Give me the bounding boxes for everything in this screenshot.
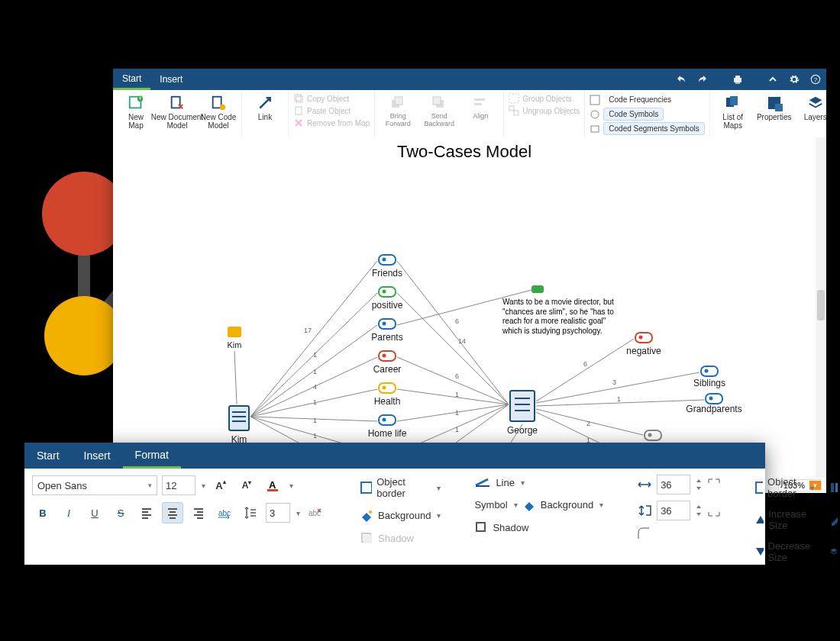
svg-line-95 (397, 261, 509, 404)
text-direction-button[interactable]: abc (214, 502, 235, 523)
bold-button[interactable]: B (32, 502, 53, 523)
remove-from-map-button[interactable]: Remove from Map (293, 118, 370, 128)
line-shadow-button[interactable]: Shadow (474, 519, 603, 536)
code-grandparents[interactable]: Grandparents (686, 394, 741, 414)
code-siblings[interactable]: Siblings (693, 366, 725, 388)
height-control[interactable]: 36 (637, 501, 721, 520)
corner-icon (637, 527, 651, 540)
copy-object-button[interactable]: Copy Object (293, 93, 370, 104)
collapse-ribbon-icon[interactable] (762, 69, 783, 90)
new-document-model-button[interactable]: New Document Model (159, 93, 195, 130)
shadow-button[interactable]: Shadow (360, 530, 441, 546)
svg-rect-67 (379, 383, 396, 393)
bring-forward-button[interactable]: Bring Forward (380, 93, 416, 128)
align-center-button[interactable] (162, 502, 183, 523)
vertical-scrollbar[interactable] (816, 137, 826, 478)
background-button-2[interactable]: Background▾ (522, 496, 603, 513)
increase-size-button[interactable]: Increase Size (754, 507, 814, 533)
code-career[interactable]: Career (373, 351, 402, 375)
code-positive[interactable]: positive (372, 287, 403, 311)
svg-text:6: 6 (583, 360, 587, 368)
code-health[interactable]: Health (374, 383, 401, 407)
paste-object-button[interactable]: Paste Object (293, 105, 370, 116)
bounds-icon (707, 478, 721, 491)
code-friends[interactable]: Friends (372, 255, 402, 279)
svg-rect-21 (395, 97, 402, 105)
coded-segments-symbols-toggle[interactable]: Coded Segments Symbols (590, 122, 704, 135)
svg-rect-28 (514, 111, 519, 115)
object-border-button[interactable]: Object border▾ (360, 475, 441, 501)
clear-formatting-button[interactable]: abc (305, 502, 326, 523)
bounds-icon-2 (707, 504, 721, 517)
kim-small-node[interactable]: Kim (228, 327, 242, 404)
svg-point-68 (383, 386, 386, 390)
decrease-font-button[interactable]: A▾ (236, 475, 257, 496)
align-button[interactable]: Align (462, 93, 499, 121)
svg-rect-31 (591, 126, 599, 132)
underline-button[interactable]: U (84, 502, 105, 523)
print-icon[interactable] (727, 69, 748, 90)
width-input[interactable]: 36 (657, 475, 690, 494)
svg-text:?: ? (814, 76, 818, 83)
svg-point-30 (591, 111, 599, 118)
svg-rect-29 (590, 95, 599, 105)
tab-insert[interactable]: Insert (150, 69, 192, 90)
entity-george[interactable]: George (507, 391, 538, 436)
add-to-library-button[interactable]: +Add to Library (829, 475, 840, 501)
svg-rect-140 (267, 489, 278, 491)
font-color-button[interactable]: A (262, 475, 283, 496)
svg-rect-70 (379, 415, 396, 425)
svg-text:negative: negative (626, 346, 661, 356)
svg-rect-115 (706, 394, 722, 404)
line-spacing-value[interactable]: 3 (266, 503, 290, 523)
increase-font-button[interactable]: A▴ (210, 475, 231, 496)
svg-text:+: + (138, 95, 142, 102)
list-of-maps-button[interactable]: List of Maps (715, 93, 751, 130)
svg-rect-23 (433, 97, 441, 105)
code-homelife[interactable]: Home life (368, 415, 407, 439)
strikethrough-button[interactable]: S (110, 502, 131, 523)
map-canvas[interactable]: Two-Cases Model Kim Kim (113, 137, 816, 493)
redo-icon[interactable] (692, 69, 713, 90)
object-border-button-2[interactable]: Object border▾ (754, 475, 814, 501)
format-toolbar: Open Sans▾ 12▾ A▴ A▾ A▾ B I U S abc 3▾ a… (24, 469, 765, 571)
code-parents[interactable]: Parents (371, 319, 402, 343)
properties-button[interactable]: Properties (756, 93, 793, 121)
line-spacing-button[interactable] (240, 502, 261, 523)
new-map-button[interactable]: +New Map (118, 93, 154, 130)
layers-button[interactable]: Layers (797, 93, 834, 121)
settings-icon[interactable] (783, 69, 805, 90)
code-negative[interactable]: negative (626, 333, 661, 356)
svg-text:Parents: Parents (371, 332, 402, 343)
annotation-note[interactable]: Wants to be a movie director, but "chanc… (397, 285, 625, 351)
line-style-button[interactable]: Line▾ (474, 475, 603, 490)
select-layer-button[interactable]: Select Layer (829, 539, 840, 565)
background-button[interactable]: Background▾ (360, 507, 441, 523)
send-backward-button[interactable]: Send Backward (421, 93, 457, 128)
group-objects-button[interactable]: Group Objects (509, 93, 580, 104)
link-button[interactable]: Link (247, 93, 283, 121)
front-tab-start[interactable]: Start (24, 443, 72, 469)
align-left-button[interactable] (136, 502, 157, 523)
ungroup-objects-button[interactable]: Ungroup Objects (509, 105, 580, 116)
front-tab-insert[interactable]: Insert (72, 443, 123, 469)
width-control[interactable]: 36 (637, 475, 721, 494)
svg-text:1: 1 (455, 409, 459, 417)
italic-button[interactable]: I (58, 502, 79, 523)
copy-format-button[interactable]: Copy Format (829, 507, 840, 533)
svg-text:1: 1 (313, 432, 317, 440)
entity-kim[interactable]: Kim (229, 406, 249, 445)
height-input[interactable]: 36 (657, 501, 690, 520)
front-tab-format[interactable]: Format (123, 443, 181, 469)
font-size-input[interactable]: 12 (162, 475, 195, 495)
code-symbols-toggle[interactable]: Code Symbols (590, 108, 704, 121)
font-family-select[interactable]: Open Sans▾ (32, 475, 157, 495)
svg-rect-33 (730, 96, 738, 105)
decrease-size-button[interactable]: Decrease Size (754, 539, 814, 565)
help-icon[interactable]: ? (805, 69, 826, 90)
new-code-model-button[interactable]: New Code Model (200, 93, 237, 130)
code-frequencies-toggle[interactable]: Code Frequencies (590, 93, 704, 106)
undo-icon[interactable] (670, 69, 692, 90)
tab-start[interactable]: Start (113, 69, 150, 90)
align-right-button[interactable] (188, 502, 209, 523)
